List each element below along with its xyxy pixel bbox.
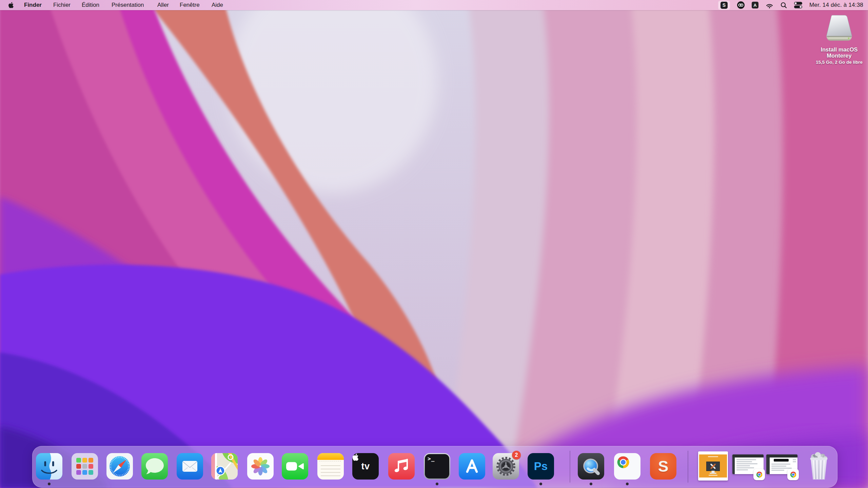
photos-icon	[247, 453, 274, 480]
apple-logo-icon[interactable]	[8, 2, 14, 8]
control-center-icon[interactable]	[794, 2, 802, 8]
menu-app-name[interactable]: Finder	[24, 0, 42, 10]
launchpad-icon	[72, 453, 98, 480]
menu-item-fichier[interactable]: Fichier	[53, 0, 71, 10]
dock-item-shutter-encoder[interactable]: S	[650, 453, 676, 480]
menu-item-edition[interactable]: Édition	[82, 0, 99, 10]
dock-item-maps[interactable]	[211, 453, 238, 480]
dock-item-photoshop[interactable]: Ps	[528, 453, 554, 480]
photoshop-icon: Ps	[528, 453, 554, 480]
apple-tv-icon: tv	[352, 453, 379, 480]
dock-item-music[interactable]	[388, 453, 415, 480]
dock-item-trash-full[interactable]	[808, 452, 830, 481]
running-indicator-chrome	[626, 483, 629, 485]
running-indicator-finder	[48, 483, 51, 485]
shutter-encoder-label: S	[658, 457, 669, 475]
maps-icon	[211, 453, 238, 480]
apple-tv-label: tv	[361, 461, 370, 472]
monterey-wallpaper	[0, 0, 868, 488]
running-indicator-quicktime	[590, 483, 592, 485]
creative-cloud-icon[interactable]	[737, 1, 745, 9]
dock-item-chrome[interactable]	[614, 453, 640, 480]
terminal-icon: >_	[424, 453, 450, 480]
photoshop-label: Ps	[534, 460, 548, 473]
system-preferences-badge: 2	[512, 451, 521, 460]
terminal-prompt-glyph: >_	[428, 455, 435, 462]
input-source-icon[interactable]: A	[752, 2, 758, 8]
dock-item-messages[interactable]	[141, 453, 168, 480]
dock-item-launchpad[interactable]	[72, 453, 98, 480]
finder-icon	[36, 453, 62, 480]
menu-bar: Finder Fichier Édition Présentation Alle…	[0, 0, 868, 10]
dock-item-mail[interactable]	[177, 453, 203, 480]
menu-item-aller[interactable]: Aller	[157, 0, 169, 10]
running-indicator-photoshop	[539, 483, 542, 485]
dock-item-facetime[interactable]	[282, 453, 308, 480]
spotlight-search-icon[interactable]	[781, 2, 787, 8]
external-drive-icon	[822, 14, 857, 45]
safari-icon	[106, 453, 133, 480]
dock-item-quicktime[interactable]	[578, 453, 604, 480]
dock-separator	[688, 451, 688, 483]
menu-bar-clock[interactable]: Mer. 14 déc. à 14:38	[809, 2, 863, 8]
monitor-tools-graphic	[706, 462, 720, 471]
dock-item-notes[interactable]	[317, 453, 344, 480]
quicktime-icon	[578, 453, 604, 480]
dock-item-apple-tv[interactable]: tv	[352, 453, 379, 480]
menu-item-fenetre[interactable]: Fenêtre	[180, 0, 200, 10]
notes-icon	[317, 453, 344, 480]
desktop-volume-install-macos[interactable]: Install macOS Monterey 15,5 Go, 2 Go de …	[812, 14, 866, 65]
running-indicator-terminal	[436, 483, 438, 485]
volume-name-line2: Monterey	[827, 52, 851, 59]
dock-minimized-chrome-window-2[interactable]	[766, 453, 797, 480]
music-icon	[388, 453, 415, 480]
mail-icon	[177, 453, 203, 480]
app-store-icon	[459, 453, 485, 480]
s-app-icon: S	[721, 2, 728, 9]
menu-bar-status-area: S A Mer. 14 déc. à 14:38	[718, 0, 863, 10]
volume-info: 15,5 Go, 2 Go de libre	[816, 60, 863, 65]
trash-full-icon	[808, 452, 830, 481]
screen-app-menu-extra[interactable]: S	[718, 1, 730, 10]
dock-item-safari[interactable]	[106, 453, 133, 480]
apple-glyph	[352, 453, 359, 461]
dock-item-photos[interactable]	[247, 453, 274, 480]
chrome-badge-icon	[787, 469, 799, 480]
dock-separator	[570, 451, 570, 483]
shutter-encoder-icon: S	[650, 453, 676, 480]
menu-item-aide[interactable]: Aide	[212, 0, 223, 10]
messages-icon	[141, 453, 168, 480]
facetime-icon	[282, 453, 308, 480]
dock-minimized-document[interactable]	[698, 451, 728, 481]
volume-name-line1: Install macOS	[821, 46, 857, 53]
chrome-icon	[614, 453, 640, 480]
wifi-icon[interactable]	[766, 2, 773, 8]
dock-minimized-chrome-window-1[interactable]	[732, 453, 764, 480]
dock-item-terminal[interactable]: >_	[424, 453, 450, 480]
menu-item-presentation[interactable]: Présentation	[112, 0, 144, 10]
dock-item-finder[interactable]	[36, 453, 62, 480]
chrome-badge-icon	[753, 469, 765, 480]
dock-item-app-store[interactable]	[459, 453, 485, 480]
